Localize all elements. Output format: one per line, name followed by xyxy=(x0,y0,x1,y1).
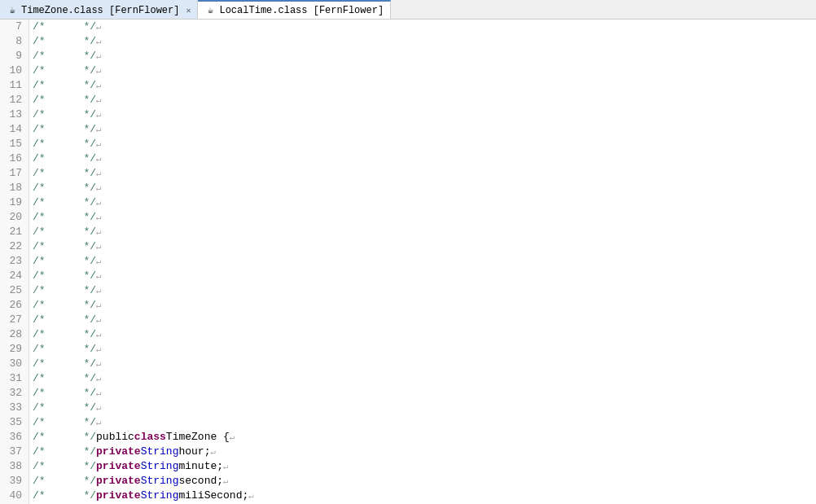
timezone-tab-icon: ☕ xyxy=(7,5,18,16)
code-line-29: /* */ ↵ xyxy=(33,342,816,357)
code-line-28: /* */ ↵ xyxy=(33,327,816,342)
code-line-39: /* */ private String second;↵ xyxy=(33,474,816,489)
code-line-30: /* */ ↵ xyxy=(33,357,816,371)
line-number-11: 11 xyxy=(7,78,22,93)
code-line-15: /* */ ↵ xyxy=(33,137,816,151)
code-line-38: /* */ private String minute;↵ xyxy=(33,459,816,474)
line-number-20: 20 xyxy=(7,210,22,225)
line-number-7: 7 xyxy=(7,20,22,34)
code-line-24: /* */ ↵ xyxy=(33,269,816,283)
line-number-23: 23 xyxy=(7,254,22,269)
code-line-26: /* */ ↵ xyxy=(33,298,816,313)
tab-timezone-close[interactable]: ✕ xyxy=(186,6,191,15)
code-line-17: /* */ ↵ xyxy=(33,166,816,181)
line-number-31: 31 xyxy=(7,371,22,386)
code-line-19: /* */ ↵ xyxy=(33,195,816,210)
tab-localtime[interactable]: ☕ LocalTime.class [FernFlower] xyxy=(198,0,391,19)
line-number-15: 15 xyxy=(7,137,22,151)
code-line-11: /* */ ↵ xyxy=(33,78,816,93)
line-numbers: 7891011121314151617181920212223242526272… xyxy=(0,20,29,504)
code-line-22: /* */ ↵ xyxy=(33,239,816,254)
line-number-21: 21 xyxy=(7,225,22,239)
code-line-7: /* */ ↵ xyxy=(33,20,816,34)
line-number-12: 12 xyxy=(7,93,22,107)
code-line-9: /* */ ↵ xyxy=(33,49,816,64)
code-line-31: /* */ ↵ xyxy=(33,371,816,386)
line-number-38: 38 xyxy=(7,459,22,474)
line-number-8: 8 xyxy=(7,34,22,49)
line-number-9: 9 xyxy=(7,49,22,64)
line-number-35: 35 xyxy=(7,415,22,430)
code-line-14: /* */ ↵ xyxy=(33,122,816,137)
line-number-22: 22 xyxy=(7,239,22,254)
tab-bar: ☕ TimeZone.class [FernFlower] ✕ ☕ LocalT… xyxy=(0,0,816,20)
line-number-36: 36 xyxy=(7,430,22,445)
line-number-37: 37 xyxy=(7,445,22,459)
code-line-12: /* */ ↵ xyxy=(33,93,816,107)
code-line-21: /* */ ↵ xyxy=(33,225,816,239)
code-lines[interactable]: /* */ ↵/* */ ↵/* */ ↵/* */ ↵/* */ ↵/* */… xyxy=(29,20,816,504)
code-line-25: /* */ ↵ xyxy=(33,283,816,298)
code-line-36: /* */ public class TimeZone {↵ xyxy=(33,430,816,445)
code-line-32: /* */ ↵ xyxy=(33,386,816,401)
line-number-27: 27 xyxy=(7,313,22,327)
tab-localtime-label: LocalTime.class [FernFlower] xyxy=(219,5,384,16)
code-line-16: /* */ ↵ xyxy=(33,151,816,166)
code-line-35: /* */ ↵ xyxy=(33,415,816,430)
line-number-14: 14 xyxy=(7,122,22,137)
tab-timezone-label: TimeZone.class [FernFlower] xyxy=(21,5,179,16)
line-number-33: 33 xyxy=(7,401,22,415)
line-number-26: 26 xyxy=(7,298,22,313)
line-number-32: 32 xyxy=(7,386,22,401)
tab-timezone[interactable]: ☕ TimeZone.class [FernFlower] ✕ xyxy=(0,0,198,19)
line-number-25: 25 xyxy=(7,283,22,298)
line-number-30: 30 xyxy=(7,357,22,371)
code-line-8: /* */ ↵ xyxy=(33,34,816,49)
code-line-20: /* */ ↵ xyxy=(33,210,816,225)
line-number-24: 24 xyxy=(7,269,22,283)
line-number-10: 10 xyxy=(7,64,22,78)
code-line-23: /* */ ↵ xyxy=(33,254,816,269)
line-number-19: 19 xyxy=(7,195,22,210)
code-line-18: /* */ ↵ xyxy=(33,181,816,195)
line-number-28: 28 xyxy=(7,327,22,342)
line-number-16: 16 xyxy=(7,151,22,166)
line-number-40: 40 xyxy=(7,489,22,503)
line-number-29: 29 xyxy=(7,342,22,357)
localtime-tab-icon: ☕ xyxy=(204,5,216,16)
line-number-17: 17 xyxy=(7,166,22,181)
line-number-18: 18 xyxy=(7,181,22,195)
code-line-33: /* */ ↵ xyxy=(33,401,816,415)
code-line-37: /* */ private String hour;↵ xyxy=(33,445,816,459)
line-number-39: 39 xyxy=(7,474,22,489)
code-container: 7891011121314151617181920212223242526272… xyxy=(0,20,816,504)
code-line-10: /* */ ↵ xyxy=(33,64,816,78)
line-number-13: 13 xyxy=(7,107,22,122)
code-line-40: /* */ private String miliSecond;↵ xyxy=(33,489,816,503)
code-line-27: /* */ ↵ xyxy=(33,313,816,327)
code-line-13: /* */ ↵ xyxy=(33,107,816,122)
